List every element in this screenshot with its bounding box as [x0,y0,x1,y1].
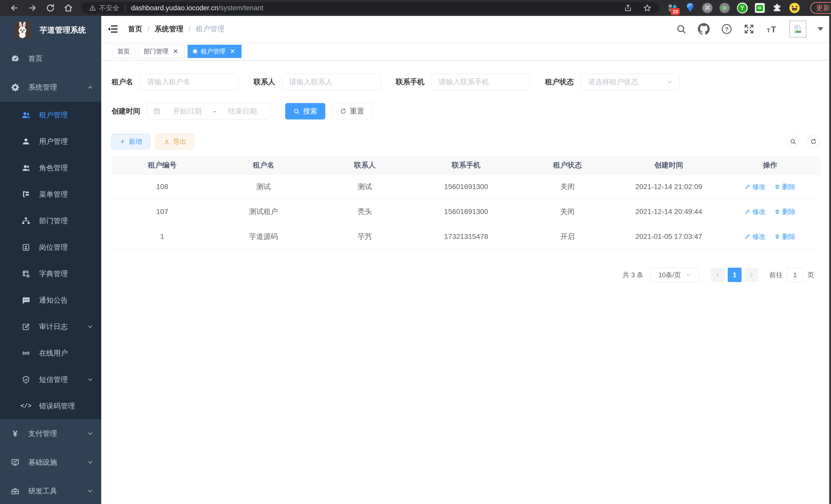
search-button[interactable]: 搜索 [285,103,325,119]
edit-row-button[interactable]: 修改 [745,232,766,241]
share-icon[interactable] [624,4,632,12]
delete-row-button[interactable]: 删除 [774,207,796,216]
cell-mobile: 15601691300 [416,208,517,216]
refresh-table-button[interactable] [807,136,820,148]
column-header-mobile: 联系手机 [416,160,517,170]
tag-dept-management[interactable]: 部门管理 ✕ [138,45,184,58]
breadcrumb-system[interactable]: 系统管理 [155,24,183,34]
prev-page-button[interactable] [711,268,725,282]
sidebar-item-tenant-management[interactable]: 租户管理 [0,102,101,128]
create-time-label: 创建时间 [112,106,140,116]
delete-row-button[interactable]: 删除 [774,182,796,191]
export-button[interactable]: 导出 [156,134,194,149]
plus-icon [119,139,126,145]
tag-tenant-management[interactable]: 租户管理 ✕ [188,45,241,58]
sidebar-item-error-code-management[interactable]: </> 错误码管理 [0,393,101,419]
browser-reload-button[interactable] [42,2,58,14]
chevron-down-icon [87,459,93,466]
app-logo[interactable]: 芋道管理系统 [0,16,101,44]
browser-extensions-button[interactable] [772,2,782,13]
next-page-button[interactable] [745,268,758,282]
tenant-name-label: 租户名 [112,77,133,87]
extension-balloon-icon[interactable] [685,2,695,13]
reload-icon [46,3,55,12]
sidebar-item-notice[interactable]: 通知公告 [0,287,101,314]
trash-icon [774,184,780,189]
sidebar-fold-button[interactable] [101,16,124,42]
broken-image-icon [793,24,802,34]
browser-toolbar: 不安全 dashboard.yudao.iocoder.cn/system/te… [0,0,831,16]
browser-update-button[interactable]: 更新 [810,2,831,14]
bookmark-star-icon[interactable] [643,4,652,12]
tenant-name-input[interactable] [140,74,239,90]
sidebar-item-sms-management[interactable]: 短信管理 [0,366,101,393]
toggle-search-button[interactable] [787,136,799,148]
sidebar-item-menu-management[interactable]: 菜单管理 [0,181,101,208]
sidebar-item-system-management[interactable]: 系统管理 [0,73,101,102]
trash-icon [774,209,780,214]
add-button[interactable]: 新增 [112,134,150,149]
extension-chat-icon[interactable] [755,2,765,13]
sidebar-item-dict-management[interactable]: 字典管理 [0,261,101,287]
mobile-input[interactable] [431,74,530,90]
chevron-down-icon [685,272,691,278]
page-size-select[interactable]: 10条/页 [650,268,699,282]
sidebar-item-audit-log[interactable]: 审计日志 [0,314,101,340]
sidebar-item-infrastructure[interactable]: 基础设施 [0,448,101,477]
close-tag-icon[interactable]: ✕ [229,48,236,55]
sidebar-item-dept-management[interactable]: 部门管理 [0,208,101,234]
extension-emoji-icon[interactable] [790,2,800,13]
column-header-tenant-id: 租户编号 [112,160,213,170]
sidebar-item-online-users[interactable]: 在线用户 [0,340,101,366]
sidebar-item-dev-tools[interactable]: 研发工具 [0,477,101,504]
cell-contact: 芋艿 [314,232,416,241]
contact-input[interactable] [282,74,381,90]
sidebar-item-role-management[interactable]: 角色管理 [0,155,101,181]
extension-tabs-icon[interactable]: 10 [667,2,678,13]
extension-badge: 10 [671,8,680,15]
fullscreen-button[interactable] [744,24,754,34]
current-page-button[interactable]: 1 [728,268,742,282]
close-tag-icon[interactable]: ✕ [172,48,179,55]
edit-row-button[interactable]: 修改 [745,207,766,216]
sidebar-item-post-management[interactable]: 岗位管理 [0,234,101,261]
svg-text:?: ? [725,26,728,32]
breadcrumb: 首页 / 系统管理 / 租户管理 [128,24,225,34]
goto-page-input[interactable] [787,268,803,282]
address-bar[interactable]: 不安全 dashboard.yudao.iocoder.cn/system/te… [81,2,659,14]
header-search-button[interactable] [676,24,687,34]
sidebar-item-home[interactable]: 首页 [0,44,101,73]
sidebar-item-user-management[interactable]: 用户管理 [0,128,101,155]
browser-forward-button[interactable] [25,2,40,14]
reset-button[interactable]: 重置 [332,103,372,119]
header-actions: ? T T [676,21,831,37]
status-select[interactable]: 请选择租户状态 [580,74,679,90]
browser-home-button[interactable] [61,2,76,14]
help-doc-button[interactable]: ? [721,23,732,35]
extension-y-icon[interactable]: Y [737,2,748,13]
font-size-button[interactable]: T T [766,23,778,35]
trash-icon [774,234,780,239]
tags-view-bar: 首页 部门管理 ✕ 租户管理 ✕ [101,42,831,60]
cell-contact: 测试 [314,182,416,191]
rabbit-logo-icon [15,22,31,38]
browser-back-button[interactable] [7,2,22,14]
breadcrumb-home[interactable]: 首页 [128,24,142,34]
forward-arrow-icon [28,3,37,12]
extension-command-icon[interactable]: ⌘ [702,2,713,13]
tag-home[interactable]: 首页 [112,45,135,58]
extensions-area: 10 ⌘ Y [667,2,831,14]
user-menu-caret-icon[interactable] [818,27,823,31]
user-avatar[interactable] [790,21,806,37]
sidebar-item-pay-management[interactable]: ¥ 支付管理 [0,419,101,448]
extension-recorder-icon[interactable] [719,2,730,13]
delete-row-button[interactable]: 删除 [774,232,796,241]
gauge-icon [11,54,20,63]
create-time-range-picker[interactable]: 开始日期 - 结束日期 [147,103,270,119]
github-link-button[interactable] [698,23,710,35]
update-label: 更新 [816,3,830,12]
y-logo-icon: Y [737,3,748,13]
edit-row-button[interactable]: 修改 [745,182,766,191]
breadcrumb-separator: / [147,25,149,33]
back-arrow-icon [10,3,19,12]
